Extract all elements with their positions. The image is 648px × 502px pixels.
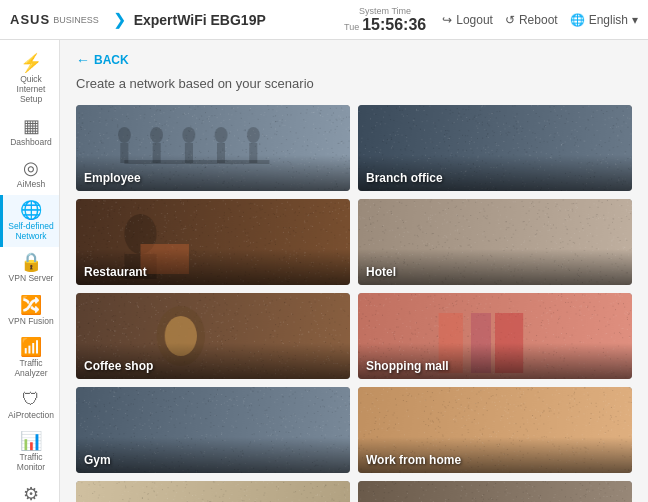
scenario-card-scenario-9[interactable] [76,481,350,502]
chevron-down-icon: ▾ [632,13,638,27]
scenario-label-shopping-mall: Shopping mall [366,359,449,373]
scenario-card-restaurant[interactable]: Restaurant [76,199,350,285]
logout-label: Logout [456,13,493,27]
sidebar-label-traffic-analyzer: Traffic Analyzer [7,358,55,378]
scenario-grid: EmployeeBranch officeRestaurantHotelCoff… [76,105,632,502]
scenario-label-hotel: Hotel [366,265,396,279]
scenario-card-scenario-10[interactable] [358,481,632,502]
sidebar-label-vpn-fusion: VPN Fusion [8,316,53,326]
scenario-label-work-from-home: Work from home [366,453,461,467]
scenario-card-branch-office[interactable]: Branch office [358,105,632,191]
header-day: Tue [344,22,359,32]
quick-setup-icon: ⚡ [20,54,42,72]
reboot-button[interactable]: ↺ Reboot [505,13,558,27]
logout-icon: ↪ [442,13,452,27]
back-arrow-icon: ← [76,52,90,68]
sidebar-item-vpn-server[interactable]: 🔒VPN Server [0,247,59,289]
scenario-card-shopping-mall[interactable]: Shopping mall [358,293,632,379]
scenario-card-employee[interactable]: Employee [76,105,350,191]
header-device-name: ExpertWiFi EBG19P [134,12,266,28]
sidebar-label-quick-setup: Quick Internet Setup [7,74,55,105]
aiprotection-icon: 🛡 [22,390,40,408]
scenario-image-scenario-9 [76,481,350,502]
sidebar-item-aimesh[interactable]: ◎AiMesh [0,153,59,195]
reboot-label: Reboot [519,13,558,27]
asus-text: ASUS [10,12,50,27]
sidebar-item-dashboard[interactable]: ▦Dashboard [0,111,59,153]
vpn-server-icon: 🔒 [20,253,42,271]
scenario-image-scenario-10 [358,481,632,502]
sidebar-item-self-defined-network[interactable]: 🌐Self-defined Network [0,195,59,247]
main-layout: ⚡Quick Internet Setup▦Dashboard◎AiMesh🌐S… [0,40,648,502]
header-chevron-icon: ❯ [113,10,126,29]
self-defined-network-icon: 🌐 [20,201,42,219]
scenario-image-hotel [358,199,632,285]
scenario-label-employee: Employee [84,171,141,185]
dashboard-icon: ▦ [23,117,40,135]
page-title: Create a network based on your scenario [76,76,632,91]
sidebar-label-vpn-server: VPN Server [9,273,54,283]
header-time: 15:56:36 [362,16,426,34]
scenario-card-hotel[interactable]: Hotel [358,199,632,285]
sidebar-item-traffic-analyzer[interactable]: 📶Traffic Analyzer [0,332,59,384]
system-time-label: System Time [359,6,411,16]
traffic-monitor-icon: 📊 [20,432,42,450]
sidebar-label-self-defined-network: Self-defined Network [7,221,55,241]
business-label: BUSINESS [53,15,99,25]
sidebar-item-aiprotection[interactable]: 🛡AiProtection [0,384,59,426]
header-actions: ↪ Logout ↺ Reboot 🌐 English ▾ [442,13,638,27]
language-selector[interactable]: 🌐 English ▾ [570,13,638,27]
header: ASUS BUSINESS ❯ ExpertWiFi EBG19P System… [0,0,648,40]
settings-icon: ⚙ [23,485,39,502]
sidebar-label-traffic-monitor: Traffic Monitor [7,452,55,472]
vpn-fusion-icon: 🔀 [20,296,42,314]
scenario-card-gym[interactable]: Gym [76,387,350,473]
sidebar-label-aiprotection: AiProtection [8,410,54,420]
scenario-image-gym [76,387,350,473]
back-label: BACK [94,53,129,67]
back-button[interactable]: ← BACK [76,52,632,68]
scenario-card-coffee-shop[interactable]: Coffee shop [76,293,350,379]
asus-logo: ASUS BUSINESS [10,12,99,27]
sidebar-label-aimesh: AiMesh [17,179,45,189]
sidebar-item-quick-setup[interactable]: ⚡Quick Internet Setup [0,48,59,111]
sidebar-item-settings[interactable]: ⚙Settings [0,479,59,502]
sidebar-item-vpn-fusion[interactable]: 🔀VPN Fusion [0,290,59,332]
scenario-label-branch-office: Branch office [366,171,443,185]
system-time-block: System Time Tue 15:56:36 [344,6,426,34]
language-label: English [589,13,628,27]
sidebar-label-dashboard: Dashboard [10,137,52,147]
reboot-icon: ↺ [505,13,515,27]
traffic-analyzer-icon: 📶 [20,338,42,356]
content-area: ← BACK Create a network based on your sc… [60,40,648,502]
sidebar: ⚡Quick Internet Setup▦Dashboard◎AiMesh🌐S… [0,40,60,502]
scenario-label-restaurant: Restaurant [84,265,147,279]
scenario-card-work-from-home[interactable]: Work from home [358,387,632,473]
scenario-label-coffee-shop: Coffee shop [84,359,153,373]
scenario-label-gym: Gym [84,453,111,467]
globe-icon: 🌐 [570,13,585,27]
aimesh-icon: ◎ [23,159,39,177]
logout-button[interactable]: ↪ Logout [442,13,493,27]
sidebar-item-traffic-monitor[interactable]: 📊Traffic Monitor [0,426,59,478]
